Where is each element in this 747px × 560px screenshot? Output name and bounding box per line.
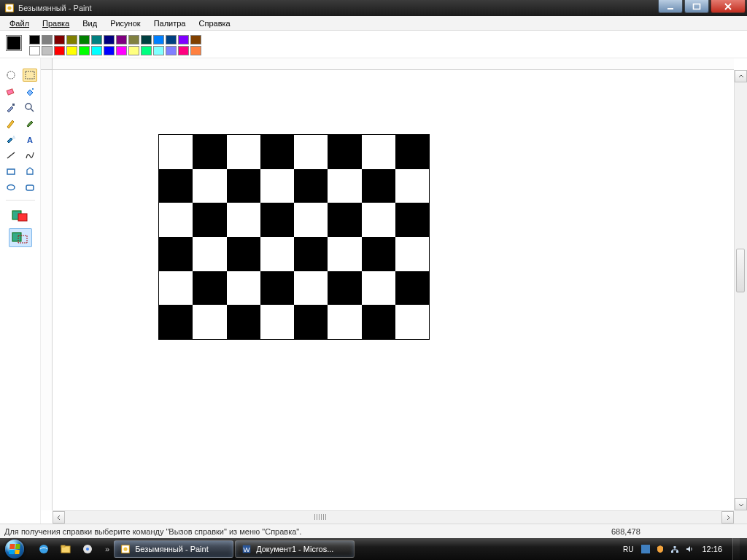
palette-swatch[interactable] xyxy=(128,35,139,44)
palette-swatch[interactable] xyxy=(91,46,102,55)
freeform-select-icon[interactable] xyxy=(4,69,18,82)
pinned-explorer-icon[interactable] xyxy=(55,540,76,558)
ellipse-icon[interactable] xyxy=(4,181,18,194)
scroll-right-button[interactable] xyxy=(721,511,734,524)
eraser-icon[interactable] xyxy=(4,85,18,98)
scroll-down-button[interactable] xyxy=(735,498,747,510)
menu-palette[interactable]: Палитра xyxy=(149,18,191,29)
pinned-ie-icon[interactable] xyxy=(34,540,54,558)
toolbox: A xyxy=(0,58,41,524)
taskbar-item-label: Документ1 - Micros... xyxy=(256,545,333,553)
palette-swatch[interactable] xyxy=(141,35,152,44)
canvas[interactable] xyxy=(53,70,734,510)
paint-icon xyxy=(4,3,15,13)
palette-swatch[interactable] xyxy=(128,46,139,55)
palette-swatch[interactable] xyxy=(54,35,65,44)
polygon-icon[interactable] xyxy=(23,165,37,178)
scroll-h-track[interactable] xyxy=(65,511,721,524)
svg-rect-34 xyxy=(674,546,676,548)
start-button[interactable] xyxy=(0,538,29,560)
canvas-scroll[interactable] xyxy=(53,70,734,510)
palette-swatch[interactable] xyxy=(42,35,53,44)
menu-image[interactable]: Рисунок xyxy=(105,18,146,29)
eyedropper-icon[interactable] xyxy=(4,101,18,114)
palette-swatch[interactable] xyxy=(91,35,102,44)
menu-edit[interactable]: Правка xyxy=(37,18,74,29)
zoom-icon[interactable] xyxy=(23,101,37,114)
palette-swatch[interactable] xyxy=(178,35,189,44)
show-desktop-button[interactable] xyxy=(732,538,740,560)
palette-swatch[interactable] xyxy=(141,46,152,55)
palette-swatch[interactable] xyxy=(153,46,164,55)
language-indicator[interactable]: RU xyxy=(620,545,636,553)
palette-swatch[interactable] xyxy=(104,35,115,44)
rect-icon[interactable] xyxy=(4,165,18,178)
pinned-chrome-icon[interactable] xyxy=(77,540,98,558)
checkerboard-drawing xyxy=(158,134,430,340)
pencil-icon[interactable] xyxy=(4,117,18,130)
palette-swatch[interactable] xyxy=(116,46,127,55)
svg-rect-32 xyxy=(671,551,673,553)
transparent-option-icon[interactable] xyxy=(9,228,32,247)
svg-rect-4 xyxy=(26,71,34,79)
taskbar-item-paint[interactable]: Безымянный - Paint xyxy=(114,540,233,558)
menu-file[interactable]: Файл xyxy=(4,18,34,29)
svg-rect-2 xyxy=(667,8,673,9)
palette-bar xyxy=(0,31,747,58)
text-icon[interactable]: A xyxy=(23,133,37,146)
fill-icon[interactable] xyxy=(23,85,37,98)
palette-swatch[interactable] xyxy=(54,46,65,55)
airbrush-icon[interactable] xyxy=(4,133,18,146)
palette-swatch[interactable] xyxy=(66,35,77,44)
curve-icon[interactable] xyxy=(23,149,37,162)
palette-swatch[interactable] xyxy=(190,35,201,44)
scroll-up-button[interactable] xyxy=(735,70,747,82)
tray-shield-icon[interactable] xyxy=(655,544,665,554)
minimize-button[interactable] xyxy=(658,0,683,13)
palette-swatch[interactable] xyxy=(42,46,53,55)
svg-rect-19 xyxy=(18,214,27,221)
menu-view[interactable]: Вид xyxy=(77,18,102,29)
palette-swatch[interactable] xyxy=(79,46,90,55)
current-color-swatch[interactable] xyxy=(6,35,22,51)
title-bar: Безымянный - Paint xyxy=(0,0,747,16)
taskbar-item-word[interactable]: W Документ1 - Micros... xyxy=(235,540,355,558)
window-buttons xyxy=(658,0,747,16)
clock[interactable]: 12:16 xyxy=(699,545,725,553)
tray-flag-icon[interactable] xyxy=(640,544,651,554)
palette-swatch[interactable] xyxy=(190,46,201,55)
palette-swatch[interactable] xyxy=(178,46,189,55)
line-icon[interactable] xyxy=(4,149,18,162)
svg-point-11 xyxy=(14,137,15,138)
scrollbar-horizontal[interactable] xyxy=(53,510,734,524)
rounded-rect-icon[interactable] xyxy=(23,181,37,194)
tray-network-icon[interactable] xyxy=(670,544,680,554)
palette-swatch[interactable] xyxy=(66,46,77,55)
close-button[interactable] xyxy=(711,0,746,13)
palette-swatch[interactable] xyxy=(166,46,177,55)
scroll-v-track[interactable] xyxy=(735,82,747,498)
palette-swatch[interactable] xyxy=(79,35,90,44)
opaque-option-icon[interactable] xyxy=(9,206,32,225)
rect-select-icon[interactable] xyxy=(23,69,37,82)
palette-swatch[interactable] xyxy=(116,35,127,44)
tray-volume-icon[interactable] xyxy=(684,544,694,554)
scroll-left-button[interactable] xyxy=(53,511,65,524)
palette-swatch[interactable] xyxy=(29,46,40,55)
status-bar: Для получения справки выберите команду "… xyxy=(0,524,747,538)
color-palette xyxy=(29,35,201,55)
scroll-v-thumb[interactable] xyxy=(736,249,745,292)
palette-swatch[interactable] xyxy=(166,35,177,44)
system-tray: RU 12:16 xyxy=(620,538,744,560)
palette-swatch[interactable] xyxy=(153,35,164,44)
status-coords: 688,478 xyxy=(611,527,699,536)
brush-icon[interactable] xyxy=(23,117,37,130)
svg-point-16 xyxy=(7,185,15,190)
scrollbar-vertical[interactable] xyxy=(734,70,747,510)
maximize-button[interactable] xyxy=(684,0,709,13)
palette-swatch[interactable] xyxy=(104,46,115,55)
palette-swatch[interactable] xyxy=(29,35,40,44)
svg-rect-33 xyxy=(676,551,678,553)
svg-text:A: A xyxy=(27,136,33,144)
menu-help[interactable]: Справка xyxy=(194,18,236,29)
